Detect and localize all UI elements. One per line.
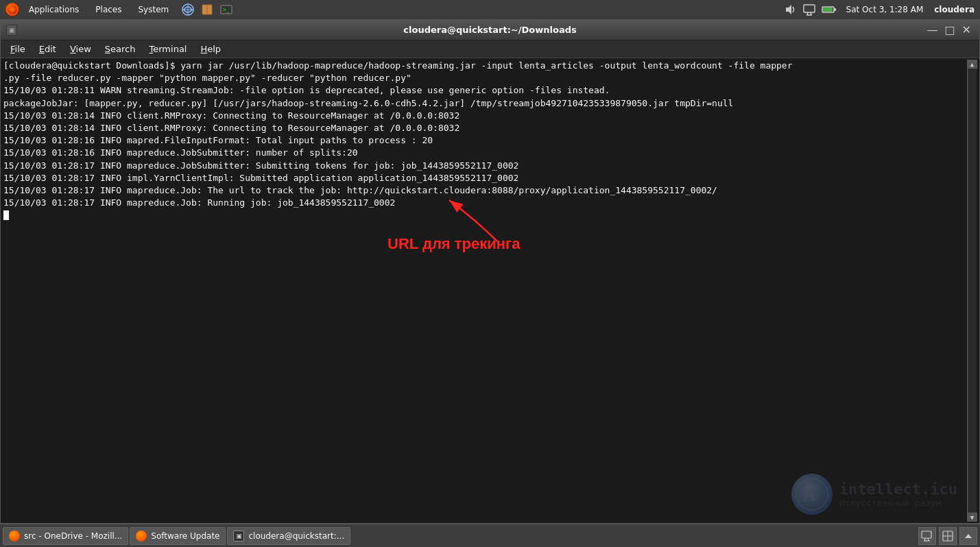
svg-rect-14 bbox=[804, 5, 815, 12]
taskbar-item-update[interactable]: Software Update bbox=[130, 527, 226, 545]
menu-system[interactable]: System bbox=[134, 3, 173, 16]
taskbar-label-update: Software Update bbox=[151, 531, 219, 541]
terminal-title: cloudera@quickstart:~/Downloads bbox=[403, 25, 576, 35]
firefox-icon-1 bbox=[136, 531, 147, 542]
terminal-scrollbar[interactable]: ▲ ▼ bbox=[967, 60, 977, 522]
menu-edit[interactable]: Edit bbox=[32, 42, 63, 56]
terminal-line-6: 15/10/03 01:28:16 INFO mapreduce.JobSubm… bbox=[3, 147, 967, 159]
scrollbar-up-button[interactable]: ▲ bbox=[968, 60, 977, 69]
terminal-line-7: 15/10/03 01:28:17 INFO mapreduce.JobSubm… bbox=[3, 160, 967, 172]
terminal-line-9: 15/10/03 01:28:17 INFO mapreduce.Job: Th… bbox=[3, 184, 967, 197]
terminal-cursor bbox=[3, 210, 9, 220]
system-bar-right: Sat Oct 3, 1:28 AM cloudera bbox=[783, 3, 975, 16]
svg-point-1 bbox=[10, 8, 14, 12]
taskbar-tray-monitor[interactable] bbox=[918, 527, 936, 545]
display-icon[interactable] bbox=[802, 3, 816, 16]
svg-text:>_: >_ bbox=[223, 7, 230, 13]
menu-file[interactable]: File bbox=[3, 42, 32, 56]
terminal-icon-top: >_ bbox=[219, 3, 233, 16]
terminal-line-8: 15/10/03 01:28:17 INFO impl.YarnClientIm… bbox=[3, 172, 967, 184]
terminal-line-0b: .py -file reducer.py -mapper "python map… bbox=[3, 72, 967, 84]
watermark-site: intellect.icu bbox=[839, 481, 957, 498]
scrollbar-track[interactable] bbox=[968, 69, 977, 512]
system-bar: Applications Places System >_ bbox=[0, 0, 980, 19]
close-button[interactable]: ✕ bbox=[959, 25, 974, 36]
svg-rect-20 bbox=[823, 8, 833, 12]
terminal-line-3: 15/10/03 01:28:14 INFO client.RMProxy: C… bbox=[3, 110, 967, 122]
terminal-text-area: [cloudera@quickstart Downloads]$ yarn ja… bbox=[3, 60, 967, 522]
scrollbar-down-button[interactable]: ▼ bbox=[968, 512, 977, 522]
terminal-window-icon: ▣ bbox=[6, 25, 17, 36]
book-icon bbox=[200, 3, 214, 16]
terminal-line-5: 15/10/03 01:28:16 INFO mapred.FileInputF… bbox=[3, 134, 967, 147]
window-controls[interactable]: — □ ✕ bbox=[924, 25, 974, 36]
svg-marker-13 bbox=[786, 5, 791, 14]
system-bar-left: Applications Places System >_ bbox=[5, 3, 233, 16]
menu-terminal[interactable]: Terminal bbox=[143, 42, 194, 56]
firefox-icon-0 bbox=[9, 531, 20, 542]
terminal-taskbar-icon: ▣ bbox=[233, 531, 244, 542]
terminal-titlebar: ▣ cloudera@quickstart:~/Downloads — □ ✕ bbox=[1, 20, 979, 40]
terminal-line-0: [cloudera@quickstart Downloads]$ yarn ja… bbox=[3, 60, 967, 72]
datetime-display: Sat Oct 3, 1:28 AM bbox=[846, 5, 924, 14]
terminal-content: [cloudera@quickstart Downloads]$ yarn ja… bbox=[1, 58, 979, 523]
watermark-subtitle: Искусственный разум bbox=[839, 498, 957, 508]
svg-rect-19 bbox=[834, 8, 836, 11]
watermark-icon: A bbox=[791, 474, 833, 515]
minimize-button[interactable]: — bbox=[924, 25, 940, 36]
menu-applications[interactable]: Applications bbox=[25, 3, 83, 16]
taskbar-label-terminal: cloudera@quickstart:... bbox=[248, 531, 344, 541]
svg-rect-24 bbox=[922, 531, 931, 538]
menu-search[interactable]: Search bbox=[98, 42, 143, 56]
taskbar-tray-arrow[interactable] bbox=[959, 527, 977, 545]
network-icon bbox=[181, 3, 195, 16]
terminal-line-1: 15/10/03 01:28:11 WARN streaming.StreamJ… bbox=[3, 84, 967, 97]
annotation-text: URL для трекинга bbox=[387, 234, 521, 254]
taskbar-item-onedrive[interactable]: src - OneDrive - Mozill... bbox=[3, 527, 128, 545]
menu-places[interactable]: Places bbox=[91, 3, 126, 16]
watermark-text-area: intellect.icu Искусственный разум bbox=[839, 481, 957, 508]
terminal-cursor-line bbox=[3, 209, 967, 221]
taskbar: src - OneDrive - Mozill... Software Upda… bbox=[0, 524, 980, 547]
svg-marker-31 bbox=[965, 534, 972, 538]
menu-view[interactable]: View bbox=[63, 42, 98, 56]
terminal-window: ▣ cloudera@quickstart:~/Downloads — □ ✕ … bbox=[0, 19, 980, 524]
taskbar-label-onedrive: src - OneDrive - Mozill... bbox=[24, 531, 122, 541]
battery-icon[interactable] bbox=[822, 3, 837, 16]
distro-icon bbox=[5, 3, 19, 16]
terminal-menubar: File Edit View Search Terminal Help bbox=[1, 40, 979, 58]
terminal-line-2: packageJobJar: [mapper.py, reducer.py] [… bbox=[3, 97, 967, 110]
watermark: A intellect.icu Искусственный разум bbox=[791, 474, 957, 515]
terminal-line-4: 15/10/03 01:28:14 INFO client.RMProxy: C… bbox=[3, 122, 967, 134]
volume-icon[interactable] bbox=[783, 3, 797, 16]
menu-help[interactable]: Help bbox=[193, 42, 228, 56]
user-display: cloudera bbox=[934, 5, 975, 14]
taskbar-tray-extra[interactable] bbox=[939, 527, 957, 545]
maximize-button[interactable]: □ bbox=[942, 25, 957, 36]
terminal-line-10: 15/10/03 01:28:17 INFO mapreduce.Job: Ru… bbox=[3, 197, 967, 209]
taskbar-right bbox=[918, 527, 977, 545]
system-menu[interactable]: Applications Places System bbox=[25, 3, 173, 16]
taskbar-item-terminal[interactable]: ▣ cloudera@quickstart:... bbox=[227, 527, 350, 545]
svg-text:A: A bbox=[803, 485, 816, 505]
